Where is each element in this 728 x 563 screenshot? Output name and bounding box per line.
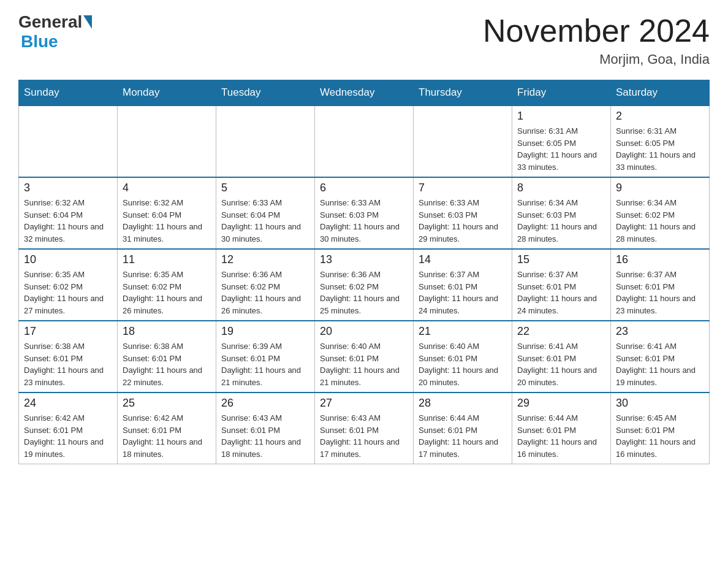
day-info: Sunrise: 6:41 AMSunset: 6:01 PMDaylight:… xyxy=(616,340,704,388)
day-info: Sunrise: 6:44 AMSunset: 6:01 PMDaylight:… xyxy=(419,412,507,460)
day-info: Sunrise: 6:31 AMSunset: 6:05 PMDaylight:… xyxy=(517,125,605,173)
day-number: 10 xyxy=(24,253,112,266)
day-number: 13 xyxy=(320,253,408,266)
day-info: Sunrise: 6:36 AMSunset: 6:02 PMDaylight:… xyxy=(221,269,309,316)
day-number: 15 xyxy=(517,253,605,266)
logo-general-text: General xyxy=(18,12,82,32)
week-row-5: 24Sunrise: 6:42 AMSunset: 6:01 PMDayligh… xyxy=(19,393,710,464)
day-number: 16 xyxy=(616,253,704,266)
weekday-header-row: SundayMondayTuesdayWednesdayThursdayFrid… xyxy=(19,80,710,106)
day-number: 6 xyxy=(320,182,408,194)
calendar-cell: 14Sunrise: 6:37 AMSunset: 6:01 PMDayligh… xyxy=(414,249,512,321)
calendar-cell xyxy=(216,105,315,177)
weekday-header-wednesday: Wednesday xyxy=(315,80,414,106)
day-info: Sunrise: 6:45 AMSunset: 6:01 PMDaylight:… xyxy=(616,412,704,460)
day-info: Sunrise: 6:33 AMSunset: 6:03 PMDaylight:… xyxy=(419,197,507,245)
location-text: Morjim, Goa, India xyxy=(483,52,710,67)
week-row-2: 3Sunrise: 6:32 AMSunset: 6:04 PMDaylight… xyxy=(19,177,710,249)
calendar-cell: 25Sunrise: 6:42 AMSunset: 6:01 PMDayligh… xyxy=(118,393,216,464)
day-info: Sunrise: 6:37 AMSunset: 6:01 PMDaylight:… xyxy=(517,269,605,316)
calendar-cell: 21Sunrise: 6:40 AMSunset: 6:01 PMDayligh… xyxy=(414,321,512,393)
day-number: 3 xyxy=(24,182,112,194)
day-number: 18 xyxy=(123,325,211,338)
weekday-header-saturday: Saturday xyxy=(611,80,710,106)
calendar-cell: 2Sunrise: 6:31 AMSunset: 6:05 PMDaylight… xyxy=(611,105,710,177)
calendar-cell: 23Sunrise: 6:41 AMSunset: 6:01 PMDayligh… xyxy=(611,321,710,393)
day-info: Sunrise: 6:34 AMSunset: 6:02 PMDaylight:… xyxy=(616,197,704,245)
calendar-cell xyxy=(414,105,512,177)
day-number: 12 xyxy=(221,253,309,266)
calendar-cell: 22Sunrise: 6:41 AMSunset: 6:01 PMDayligh… xyxy=(512,321,611,393)
calendar-cell: 5Sunrise: 6:33 AMSunset: 6:04 PMDaylight… xyxy=(216,177,315,249)
day-number: 1 xyxy=(517,110,605,123)
logo-triangle-icon xyxy=(83,15,92,29)
day-info: Sunrise: 6:41 AMSunset: 6:01 PMDaylight:… xyxy=(517,340,605,388)
day-number: 14 xyxy=(419,253,507,266)
day-info: Sunrise: 6:37 AMSunset: 6:01 PMDaylight:… xyxy=(616,269,704,316)
calendar-cell: 13Sunrise: 6:36 AMSunset: 6:02 PMDayligh… xyxy=(315,249,414,321)
calendar-cell: 18Sunrise: 6:38 AMSunset: 6:01 PMDayligh… xyxy=(118,321,216,393)
day-info: Sunrise: 6:43 AMSunset: 6:01 PMDaylight:… xyxy=(221,412,309,460)
day-info: Sunrise: 6:34 AMSunset: 6:03 PMDaylight:… xyxy=(517,197,605,245)
calendar-cell: 1Sunrise: 6:31 AMSunset: 6:05 PMDaylight… xyxy=(512,105,611,177)
day-number: 24 xyxy=(24,397,112,410)
day-info: Sunrise: 6:36 AMSunset: 6:02 PMDaylight:… xyxy=(320,269,408,316)
calendar-cell: 6Sunrise: 6:33 AMSunset: 6:03 PMDaylight… xyxy=(315,177,414,249)
calendar-cell: 11Sunrise: 6:35 AMSunset: 6:02 PMDayligh… xyxy=(118,249,216,321)
day-number: 25 xyxy=(123,397,211,410)
calendar-cell: 24Sunrise: 6:42 AMSunset: 6:01 PMDayligh… xyxy=(19,393,118,464)
day-number: 17 xyxy=(24,325,112,338)
day-info: Sunrise: 6:42 AMSunset: 6:01 PMDaylight:… xyxy=(24,412,112,460)
day-info: Sunrise: 6:39 AMSunset: 6:01 PMDaylight:… xyxy=(221,340,309,388)
day-number: 4 xyxy=(123,182,211,194)
calendar-cell xyxy=(315,105,414,177)
calendar-cell: 19Sunrise: 6:39 AMSunset: 6:01 PMDayligh… xyxy=(216,321,315,393)
weekday-header-sunday: Sunday xyxy=(19,80,118,106)
day-number: 29 xyxy=(517,397,605,410)
day-info: Sunrise: 6:40 AMSunset: 6:01 PMDaylight:… xyxy=(419,340,507,388)
day-number: 20 xyxy=(320,325,408,338)
calendar-cell: 17Sunrise: 6:38 AMSunset: 6:01 PMDayligh… xyxy=(19,321,118,393)
day-number: 7 xyxy=(419,182,507,194)
title-section: November 2024 Morjim, Goa, India xyxy=(483,12,710,67)
calendar-cell: 12Sunrise: 6:36 AMSunset: 6:02 PMDayligh… xyxy=(216,249,315,321)
week-row-1: 1Sunrise: 6:31 AMSunset: 6:05 PMDaylight… xyxy=(19,105,710,177)
calendar-table: SundayMondayTuesdayWednesdayThursdayFrid… xyxy=(18,80,710,464)
week-row-4: 17Sunrise: 6:38 AMSunset: 6:01 PMDayligh… xyxy=(19,321,710,393)
calendar-cell: 7Sunrise: 6:33 AMSunset: 6:03 PMDaylight… xyxy=(414,177,512,249)
day-info: Sunrise: 6:31 AMSunset: 6:05 PMDaylight:… xyxy=(616,125,704,173)
day-number: 27 xyxy=(320,397,408,410)
calendar-cell: 20Sunrise: 6:40 AMSunset: 6:01 PMDayligh… xyxy=(315,321,414,393)
calendar-cell: 15Sunrise: 6:37 AMSunset: 6:01 PMDayligh… xyxy=(512,249,611,321)
day-number: 11 xyxy=(123,253,211,266)
day-info: Sunrise: 6:35 AMSunset: 6:02 PMDaylight:… xyxy=(24,269,112,316)
day-info: Sunrise: 6:38 AMSunset: 6:01 PMDaylight:… xyxy=(24,340,112,388)
calendar-cell: 29Sunrise: 6:44 AMSunset: 6:01 PMDayligh… xyxy=(512,393,611,464)
calendar-cell: 10Sunrise: 6:35 AMSunset: 6:02 PMDayligh… xyxy=(19,249,118,321)
day-number: 23 xyxy=(616,325,704,338)
day-number: 30 xyxy=(616,397,704,410)
day-info: Sunrise: 6:40 AMSunset: 6:01 PMDaylight:… xyxy=(320,340,408,388)
weekday-header-friday: Friday xyxy=(512,80,611,106)
page-header: General Blue November 2024 Morjim, Goa, … xyxy=(18,12,710,67)
day-info: Sunrise: 6:33 AMSunset: 6:03 PMDaylight:… xyxy=(320,197,408,245)
day-number: 22 xyxy=(517,325,605,338)
day-number: 28 xyxy=(419,397,507,410)
day-number: 9 xyxy=(616,182,704,194)
day-number: 26 xyxy=(221,397,309,410)
logo-blue-text: Blue xyxy=(21,32,58,52)
calendar-cell: 9Sunrise: 6:34 AMSunset: 6:02 PMDaylight… xyxy=(611,177,710,249)
calendar-cell: 27Sunrise: 6:43 AMSunset: 6:01 PMDayligh… xyxy=(315,393,414,464)
day-number: 8 xyxy=(517,182,605,194)
calendar-cell: 3Sunrise: 6:32 AMSunset: 6:04 PMDaylight… xyxy=(19,177,118,249)
day-info: Sunrise: 6:38 AMSunset: 6:01 PMDaylight:… xyxy=(123,340,211,388)
calendar-cell: 16Sunrise: 6:37 AMSunset: 6:01 PMDayligh… xyxy=(611,249,710,321)
day-info: Sunrise: 6:44 AMSunset: 6:01 PMDaylight:… xyxy=(517,412,605,460)
calendar-cell: 30Sunrise: 6:45 AMSunset: 6:01 PMDayligh… xyxy=(611,393,710,464)
day-info: Sunrise: 6:43 AMSunset: 6:01 PMDaylight:… xyxy=(320,412,408,460)
day-number: 2 xyxy=(616,110,704,123)
month-title: November 2024 xyxy=(483,12,710,49)
day-info: Sunrise: 6:32 AMSunset: 6:04 PMDaylight:… xyxy=(24,197,112,245)
day-info: Sunrise: 6:32 AMSunset: 6:04 PMDaylight:… xyxy=(123,197,211,245)
day-number: 21 xyxy=(419,325,507,338)
